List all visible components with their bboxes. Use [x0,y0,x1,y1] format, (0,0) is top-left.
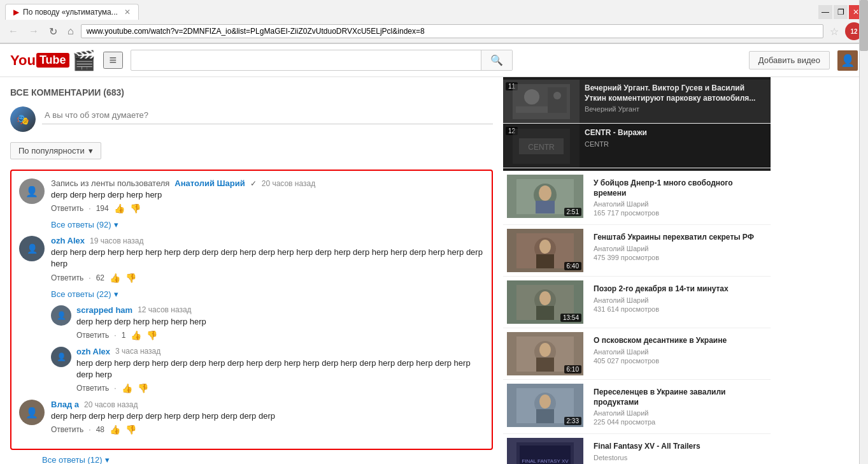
sidebar-thumb-peresel: 2:33 [507,384,583,427]
reply1-thumbs-up-icon[interactable]: 👍 [131,330,141,340]
menu-button[interactable]: ≡ [103,52,124,69]
sort-button[interactable]: По популярности ▾ [10,142,101,159]
comment2-reply-link[interactable]: Ответить [51,273,83,282]
forward-button[interactable]: → [25,24,42,38]
all-replies-3-arrow: ▾ [105,455,110,464]
replies-section: 👤 scrapped ham 12 часов назад derp herp … [51,305,484,394]
sidebar-info-peresel: Переселенцев в Украине завалили продукта… [588,384,767,430]
comment3-meta: Влад а 20 часов назад [51,400,484,409]
sidebar: 11 Вечерний Ургант. Виктор Гусев и Вас [503,77,771,464]
search-input[interactable] [131,52,481,69]
reply2-reply-link[interactable]: Ответить [76,384,109,393]
home-button[interactable]: ⌂ [64,24,77,38]
reply2-author[interactable]: ozh Alex [76,347,110,356]
sidebar-info-genshtab: Генштаб Украины перехватил секреты РФ Ан… [588,229,767,272]
comment3-avatar: 👤 [19,400,45,425]
logo-you-text: You [10,52,36,69]
sidebar-info-pozor: Позор 2-го декабря в 14-ти минутах Анато… [588,280,767,324]
back-button[interactable]: ← [5,24,22,38]
sidebar-item-genshtab[interactable]: 6:40 Генштаб Украины перехватил секреты … [503,225,771,277]
sidebar-title-pozor: Позор 2-го декабря в 14-ти минутах [594,284,762,294]
comment2-thumbs-up-icon[interactable]: 👍 [110,273,120,283]
reply2-actions: Ответить · 👍 👎 [76,383,484,393]
main-comment-meta: Запись из ленты пользователя Анатолий Ша… [51,178,484,188]
svg-point-1 [524,89,539,105]
youtube-logo[interactable]: YouTube 🎬 [10,49,96,71]
sidebar-channel-11: Вечерний Ургант [585,105,765,113]
yt-play-icon: 🎬 [72,49,96,71]
sidebar-views-genshtab: 475 399 просмотров [594,254,762,261]
scrollbar[interactable] [859,0,868,464]
reply1-thumbs-down-icon[interactable]: 👎 [146,330,157,340]
comment2-thumbs-down-icon[interactable]: 👎 [125,273,136,283]
sidebar-info-12: CENTR - Виражи CENTR [580,124,771,168]
add-video-button[interactable]: Добавить видео [749,51,830,69]
active-tab[interactable]: ▶ По поводу «ультиматума... ✕ [5,4,139,20]
all-replies-2-arrow: ▾ [114,289,118,299]
avatar-placeholder: 🎭 [10,106,36,132]
reply1-reply-link[interactable]: Ответить [76,331,109,340]
comment3-thumbs-up-icon[interactable]: 👍 [110,424,120,435]
verified-icon: ✓ [250,179,257,188]
address-bar[interactable] [81,24,823,38]
sidebar-duration-dnpr: 2:51 [564,208,581,216]
sidebar-views-pozor: 431 614 просмотров [594,305,762,313]
comment3-body: Влад а 20 часов назад derp herp derp her… [51,400,484,435]
sidebar-info-pskov: О псковском десантнике в Украине Анатоли… [588,332,767,375]
main-reply-link[interactable]: Ответить [51,204,83,213]
main-thumbs-up-icon[interactable]: 👍 [114,203,125,214]
sidebar-thumb-ff: FINAL FANTASY XV 26:50 [507,438,583,464]
youtube-header: YouTube 🎬 ≡ 🔍 Добавить видео 👤 [0,44,868,77]
sidebar-item-dnpr[interactable]: 2:51 У бойцов Днепр-1 много свободного в… [503,171,771,225]
main-comment-time: 20 часов назад [262,179,315,188]
sidebar-title-11: Вечерний Ургант. Виктор Гусев и Василий … [585,83,765,103]
sidebar-title-pskov: О псковском десантнике в Украине [594,336,762,346]
main-layout: ВСЕ КОММЕНТАРИИ (683) 🎭 По популярности … [0,77,868,464]
sidebar-item-11[interactable]: 11 Вечерний Ургант. Виктор Гусев и Вас [503,80,771,124]
reply1-author[interactable]: scrapped ham [76,305,132,315]
minimize-button[interactable]: — [818,5,832,19]
sidebar-channel-dnpr: Анатолий Шарий [594,200,762,208]
sidebar-thumb-11: 11 [503,80,580,123]
main-thumbs-down-icon[interactable]: 👎 [130,203,141,214]
sidebar-item-peresel[interactable]: 2:33 Переселенцев в Украине завалили про… [503,380,771,434]
main-comment-author[interactable]: Анатолий Шарий [174,178,245,188]
comments-header: ВСЕ КОММЕНТАРИИ (683) [10,87,493,98]
sidebar-item-12[interactable]: 12 CENTR CENTR - Виражи CENTR [503,124,771,168]
scrollbar-thumb[interactable] [860,0,868,51]
comment3-reply-link[interactable]: Ответить [51,425,83,434]
all-replies-3[interactable]: Все ответы (12) ▾ [42,455,493,464]
maximize-button[interactable]: ❐ [834,5,848,19]
sidebar-item-ff[interactable]: FINAL FANTASY XV 26:50 Final Fantasy XV … [503,434,771,464]
reply1-time: 12 часов назад [138,305,191,314]
close-tab-button[interactable]: ✕ [124,8,131,17]
svg-rect-23 [536,358,554,372]
comment3-author[interactable]: Влад а [51,400,79,409]
sidebar-item-pskov[interactable]: 6:10 О псковском десантнике в Украине Ан… [503,328,771,380]
sidebar-views-dnpr: 165 717 просмотров [594,209,762,217]
sidebar-item-pozor[interactable]: 13:54 Позор 2-го декабря в 14-ти минутах… [503,277,771,328]
sidebar-thumbnail-img-12: CENTR [503,124,580,168]
search-button[interactable]: 🔍 [481,50,512,70]
comment2-time: 19 часов назад [90,236,143,245]
reply2-thumbs-down-icon[interactable]: 👎 [138,383,148,393]
main-comment-text: derp derp herp derp herp herp [51,189,484,201]
highlighted-comments-box: 👤 Запись из ленты пользователя Анатолий … [10,170,493,450]
user-avatar[interactable]: 👤 [837,50,858,71]
reply1-body: scrapped ham 12 часов назад derp herp de… [76,305,484,340]
comment-input[interactable] [42,106,493,124]
sort-arrow-icon: ▾ [89,146,93,156]
all-replies-2[interactable]: Все ответы (22) ▾ [51,289,484,299]
bookmark-icon[interactable]: ☆ [827,24,841,39]
comment2-author[interactable]: ozh Alex [51,236,85,245]
sidebar-duration-pozor: 13:54 [560,314,581,322]
reply2-thumbs-up-icon[interactable]: 👍 [122,383,132,393]
sidebar-info-dnpr: У бойцов Днепр-1 много свободного времен… [588,175,767,221]
reload-button[interactable]: ↻ [46,24,60,39]
comment3-thumbs-down-icon[interactable]: 👎 [125,424,136,435]
all-replies-3-label: Все ответы (12) [42,455,103,464]
reply2-time: 3 часа назад [115,347,160,356]
reply1-actions: Ответить · 1 👍 👎 [76,330,484,340]
all-replies-1[interactable]: Все ответы (92) ▾ [51,220,484,229]
main-avatar-img: 👤 [25,185,38,198]
